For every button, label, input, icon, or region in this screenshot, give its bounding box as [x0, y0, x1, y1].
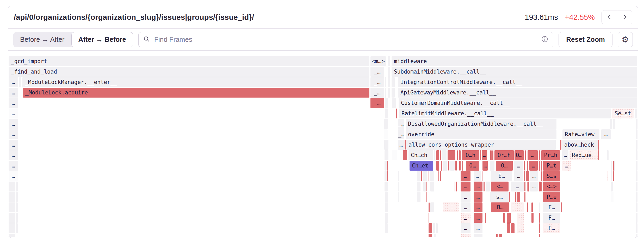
flame-frame[interactable]: P…t [543, 161, 560, 171]
flame-frame[interactable] [433, 223, 435, 233]
flame-frame[interactable] [517, 192, 520, 202]
flame-frame[interactable]: O… [515, 150, 524, 160]
flame-frame[interactable] [611, 171, 612, 181]
flame-frame[interactable] [636, 129, 637, 139]
flame-frame[interactable] [16, 182, 18, 191]
flame-frame[interactable]: _… [370, 77, 384, 87]
flame-frame[interactable] [517, 223, 524, 233]
flame-frame[interactable] [429, 223, 432, 233]
flame-frame[interactable] [448, 161, 449, 171]
flame-frame[interactable] [459, 161, 461, 171]
flame-frame[interactable] [459, 150, 461, 160]
flame-frame[interactable] [613, 161, 614, 171]
flame-frame[interactable] [607, 171, 608, 181]
flame-frame[interactable] [436, 150, 439, 160]
flame-frame[interactable]: CustomerDomainMiddleware.__call__ [399, 98, 637, 108]
flame-frame[interactable] [405, 140, 406, 150]
flame-frame[interactable]: F… [543, 213, 560, 223]
flame-frame[interactable] [396, 109, 397, 118]
flame-frame[interactable] [507, 213, 511, 223]
flame-frame[interactable]: … [474, 171, 481, 181]
flame-frame[interactable] [392, 150, 397, 160]
flame-frame[interactable]: <… [491, 182, 509, 191]
flame-frame[interactable] [385, 192, 388, 202]
flame-frame[interactable] [636, 192, 637, 202]
flame-frame[interactable] [385, 182, 388, 191]
flame-frame[interactable]: Pr…h [541, 150, 560, 160]
before-after-option[interactable]: Before → After [13, 32, 71, 47]
flame-frame[interactable]: _gcd_import [9, 56, 369, 66]
flame-frame[interactable] [607, 150, 609, 160]
flame-frame[interactable]: … [529, 161, 538, 171]
flame-frame[interactable] [9, 213, 15, 223]
flame-frame[interactable]: … [9, 77, 18, 87]
flame-frame[interactable] [385, 88, 386, 98]
flame-frame[interactable] [384, 140, 388, 150]
flame-frame[interactable]: … [474, 223, 482, 233]
flame-frame[interactable]: … [398, 140, 404, 150]
flame-frame[interactable]: Rate…view [562, 129, 599, 139]
flame-frame[interactable] [611, 182, 613, 191]
flame-frame[interactable]: … [530, 182, 538, 191]
flame-frame[interactable] [384, 119, 388, 129]
flame-frame[interactable]: … [461, 223, 470, 233]
flame-frame[interactable] [9, 223, 15, 233]
flame-frame[interactable] [560, 140, 561, 150]
flame-frame[interactable] [490, 161, 494, 171]
info-icon[interactable] [541, 35, 548, 44]
flame-frame[interactable] [385, 223, 388, 233]
flame-frame[interactable] [438, 171, 439, 181]
flame-frame[interactable] [598, 140, 599, 150]
flame-frame[interactable] [423, 182, 426, 191]
flame-frame[interactable]: _ModuleLockManager.__enter__ [22, 77, 369, 87]
flame-frame[interactable]: F… [543, 202, 560, 212]
flame-frame[interactable] [503, 213, 505, 223]
flame-frame[interactable]: O…h [462, 150, 479, 160]
flame-frame[interactable] [515, 192, 516, 202]
flame-frame[interactable] [636, 171, 637, 181]
flame-frame[interactable] [385, 161, 387, 171]
flame-frame[interactable] [636, 234, 637, 237]
flame-frame[interactable] [525, 150, 526, 160]
flame-frame[interactable]: … [9, 171, 18, 181]
flame-frame[interactable] [387, 161, 388, 171]
flame-frame[interactable] [417, 182, 420, 191]
flame-frame[interactable]: DisallowedOrganizationMiddleware.__call_… [406, 119, 556, 129]
flame-frame[interactable] [16, 213, 18, 223]
prev-button[interactable] [602, 10, 617, 24]
flame-frame[interactable] [455, 161, 457, 171]
flame-frame[interactable]: Se…st [612, 109, 634, 118]
flame-frame[interactable] [443, 202, 459, 212]
flame-frame[interactable]: _find_and_load [9, 67, 369, 77]
flame-frame[interactable]: _… [398, 129, 404, 139]
flame-frame[interactable]: Red…ue [569, 150, 598, 160]
flame-frame[interactable]: … [461, 192, 470, 202]
reset-zoom-button[interactable]: Reset Zoom [559, 32, 612, 47]
flame-frame[interactable]: E… [491, 171, 512, 181]
flame-frame[interactable] [636, 150, 637, 160]
flame-frame[interactable] [392, 77, 395, 87]
settings-button[interactable]: ⚙ [618, 32, 633, 47]
flame-frame[interactable] [9, 202, 15, 212]
flame-frame[interactable]: … [9, 119, 18, 129]
flame-frame[interactable] [385, 171, 387, 181]
flame-frame[interactable] [524, 192, 525, 202]
flame-frame[interactable]: … [9, 98, 18, 108]
flame-frame[interactable] [541, 171, 542, 181]
flame-frame[interactable]: O… [496, 161, 513, 171]
flame-frame[interactable] [635, 109, 637, 118]
flame-frame[interactable]: … [514, 161, 523, 171]
flame-frame[interactable] [598, 150, 599, 160]
flame-frame[interactable]: … [9, 150, 18, 160]
flamegraph[interactable]: _gcd_import<m…>middleware_find_and_load_… [8, 51, 638, 237]
flame-frame[interactable]: Ch…ch [408, 150, 433, 160]
flame-frame[interactable]: … [9, 88, 18, 98]
flame-frame[interactable] [636, 119, 637, 129]
flame-frame[interactable]: … [474, 234, 482, 237]
flame-frame[interactable] [611, 161, 612, 171]
flame-frame[interactable]: ApiGatewayMiddleware.__call__ [398, 88, 637, 98]
flame-frame[interactable] [492, 150, 493, 160]
flame-frame[interactable]: O… [466, 161, 479, 171]
flame-frame[interactable]: B… [491, 202, 509, 212]
flame-frame[interactable] [539, 234, 540, 237]
